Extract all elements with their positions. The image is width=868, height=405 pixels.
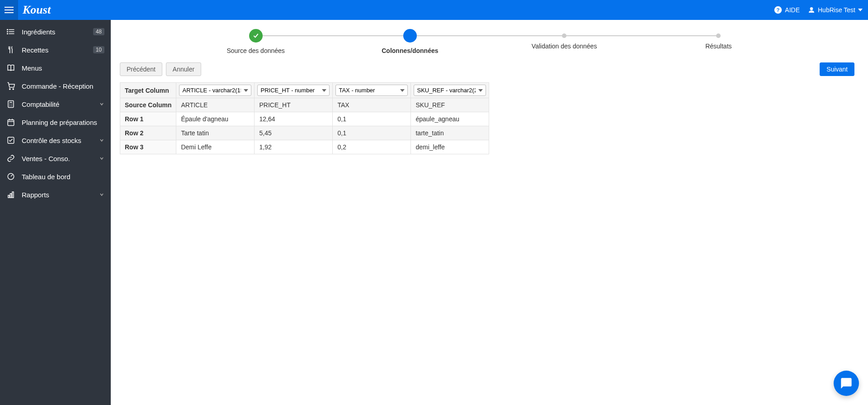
chevron-down-icon bbox=[858, 9, 863, 11]
wizard-step: Validation des données bbox=[487, 29, 642, 50]
source-column-cell: SKU_REF bbox=[411, 98, 489, 112]
target-column-cell: TAX - number bbox=[333, 83, 411, 98]
row-label: Row 3 bbox=[120, 140, 176, 154]
sidebar-item[interactable]: Planning de préparations bbox=[0, 113, 111, 131]
user-menu[interactable]: HubRise Test bbox=[808, 6, 863, 14]
help-label: AIDE bbox=[785, 6, 800, 14]
source-column-header: Source Column bbox=[120, 98, 176, 112]
sidebar-item[interactable]: Comptabilité bbox=[0, 95, 111, 113]
sidebar-item[interactable]: Menus bbox=[0, 59, 111, 77]
data-cell: demi_leffe bbox=[411, 140, 489, 154]
data-cell: épaule_agneau bbox=[411, 112, 489, 126]
wizard-step: Résultats bbox=[642, 29, 796, 50]
sidebar-item[interactable]: Recettes10 bbox=[0, 41, 111, 59]
chevron-down-icon bbox=[99, 191, 104, 199]
user-label: HubRise Test bbox=[818, 6, 855, 14]
row-label: Row 2 bbox=[120, 126, 176, 140]
help-icon: ? bbox=[774, 6, 782, 14]
target-column-select[interactable]: PRICE_HT - number bbox=[257, 85, 330, 96]
target-column-header: Target Column bbox=[120, 83, 176, 98]
sidebar-item[interactable]: Tableau de bord bbox=[0, 167, 111, 186]
data-cell: Demi Leffe bbox=[176, 140, 255, 154]
sidebar-badge: 48 bbox=[93, 28, 104, 35]
next-button[interactable]: Suivant bbox=[820, 62, 854, 76]
source-column-cell: PRICE_HT bbox=[255, 98, 333, 112]
list-icon bbox=[6, 27, 15, 36]
data-cell: 5,45 bbox=[255, 126, 333, 140]
data-cell: Tarte tatin bbox=[176, 126, 255, 140]
svg-rect-20 bbox=[8, 120, 14, 126]
prev-button[interactable]: Précédent bbox=[120, 62, 162, 76]
svg-text:?: ? bbox=[777, 7, 780, 13]
sidebar-item[interactable]: Rapports bbox=[0, 186, 111, 204]
svg-rect-28 bbox=[12, 192, 14, 198]
sidebar-item-label: Tableau de bord bbox=[22, 173, 104, 181]
svg-point-5 bbox=[810, 8, 812, 10]
target-column-select[interactable]: ARTICLE - varchar2(150) bbox=[179, 85, 251, 96]
main-content: Source des donnéesColonnes/donnéesValida… bbox=[111, 20, 868, 405]
row-label: Row 1 bbox=[120, 112, 176, 126]
svg-rect-27 bbox=[10, 194, 12, 198]
data-cell: 12,64 bbox=[255, 112, 333, 126]
target-column-select[interactable]: TAX - number bbox=[335, 85, 408, 96]
help-link[interactable]: ? AIDE bbox=[774, 6, 800, 14]
svg-point-12 bbox=[9, 89, 10, 90]
hamburger-menu[interactable] bbox=[0, 0, 18, 20]
cancel-button[interactable]: Annuler bbox=[166, 62, 201, 76]
svg-rect-26 bbox=[8, 195, 9, 198]
target-column-cell: SKU_REF - varchar2(255) bbox=[411, 83, 489, 98]
sidebar-item-label: Ventes - Conso. bbox=[22, 155, 93, 162]
sidebar: Ingrédients48Recettes10MenusCommande - R… bbox=[0, 20, 111, 405]
svg-point-13 bbox=[13, 89, 14, 90]
book-icon bbox=[6, 63, 15, 72]
cart-icon bbox=[6, 81, 15, 91]
sidebar-item[interactable]: Ventes - Conso. bbox=[0, 149, 111, 167]
target-column-cell: PRICE_HT - number bbox=[255, 83, 333, 98]
source-column-cell: TAX bbox=[333, 98, 411, 112]
actions-row: Précédent Annuler Suivant bbox=[120, 62, 854, 76]
step-dot bbox=[562, 33, 566, 38]
sidebar-item-label: Planning de préparations bbox=[22, 119, 104, 126]
chevron-down-icon bbox=[99, 137, 104, 144]
step-dot bbox=[403, 29, 417, 43]
chat-widget[interactable] bbox=[834, 371, 859, 396]
utensils-icon bbox=[6, 45, 15, 54]
sidebar-item[interactable]: Contrôle des stocks bbox=[0, 131, 111, 149]
data-cell: 0,2 bbox=[333, 140, 411, 154]
calendar-icon bbox=[6, 118, 15, 127]
chevron-down-icon bbox=[99, 155, 104, 162]
data-cell: 1,92 bbox=[255, 140, 333, 154]
brand-logo[interactable]: Koust bbox=[23, 3, 51, 17]
svg-point-11 bbox=[7, 33, 8, 34]
sidebar-item-label: Contrôle des stocks bbox=[22, 137, 93, 144]
sidebar-item-label: Commande - Réception bbox=[22, 82, 104, 90]
sidebar-item-label: Recettes bbox=[22, 46, 87, 54]
target-column-cell: ARTICLE - varchar2(150) bbox=[176, 83, 255, 98]
data-cell: 0,1 bbox=[333, 126, 411, 140]
calc-icon bbox=[6, 100, 15, 109]
step-label: Colonnes/données bbox=[382, 47, 438, 54]
wizard-stepper: Source des donnéesColonnes/donnéesValida… bbox=[179, 29, 796, 54]
chat-icon bbox=[840, 377, 853, 390]
menu-icon bbox=[5, 6, 14, 14]
gauge-icon bbox=[6, 172, 15, 181]
step-dot bbox=[716, 33, 721, 38]
target-column-select[interactable]: SKU_REF - varchar2(255) bbox=[414, 85, 486, 96]
wizard-step: Colonnes/données bbox=[333, 29, 487, 54]
svg-point-9 bbox=[7, 29, 8, 30]
mapping-table: Target ColumnARTICLE - varchar2(150)PRIC… bbox=[120, 82, 489, 154]
data-cell: 0,1 bbox=[333, 112, 411, 126]
data-cell: Épaule d'agneau bbox=[176, 112, 255, 126]
sidebar-item-label: Ingrédients bbox=[22, 28, 87, 36]
sidebar-item[interactable]: Commande - Réception bbox=[0, 77, 111, 95]
sidebar-badge: 10 bbox=[93, 46, 104, 53]
chevron-down-icon bbox=[99, 100, 104, 108]
step-label: Source des données bbox=[226, 47, 284, 54]
svg-point-10 bbox=[7, 31, 8, 32]
svg-rect-14 bbox=[8, 101, 14, 108]
user-icon bbox=[808, 6, 815, 14]
sidebar-item[interactable]: Ingrédients48 bbox=[0, 23, 111, 41]
link-icon bbox=[6, 154, 15, 163]
sidebar-item-label: Rapports bbox=[22, 191, 93, 199]
sidebar-item-label: Menus bbox=[22, 64, 104, 72]
